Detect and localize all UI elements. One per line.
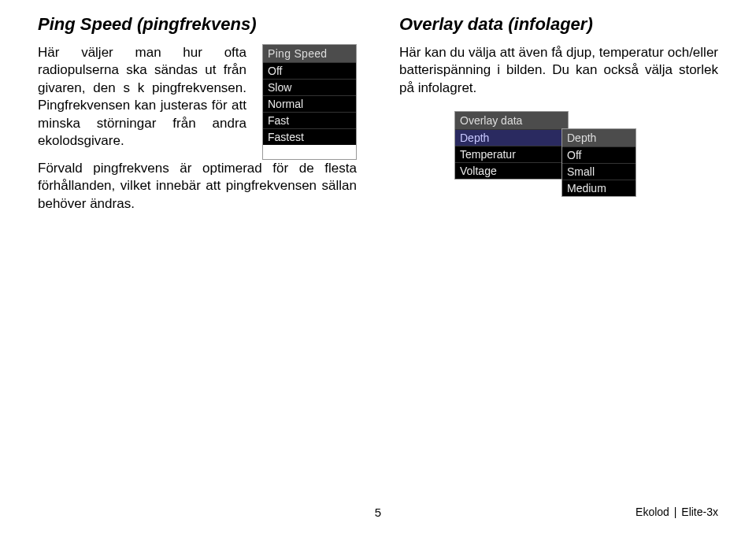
ping-speed-menu: Ping Speed Off Slow Normal Fast Fastest	[262, 44, 357, 160]
page-footer: 5 Ekolod | Elite-3x	[38, 506, 718, 519]
overlay-data-menu: Overlay data Depth Temperatur Voltage	[454, 111, 569, 180]
ping-speed-paragraph-2: Förvald pingfrekvens är optimerad för de…	[38, 160, 357, 213]
overlay-data-title: Overlay data (infolager)	[399, 14, 718, 35]
footer-sep: |	[671, 506, 680, 518]
ping-speed-option-slow[interactable]: Slow	[263, 79, 356, 95]
left-column: Ping Speed (pingfrekvens) Här väljer man…	[38, 14, 357, 222]
ping-speed-text: Här väljer man hur ofta radiopulserna sk…	[38, 44, 246, 160]
footer-section: Ekolod	[636, 506, 669, 518]
overlay-data-sub-medium[interactable]: Medium	[562, 180, 636, 196]
overlay-data-sub-off[interactable]: Off	[562, 146, 636, 163]
ping-speed-option-fastest[interactable]: Fastest	[263, 128, 356, 145]
overlay-data-option-temperatur[interactable]: Temperatur	[455, 146, 568, 162]
ping-speed-option-off[interactable]: Off	[263, 62, 356, 79]
overlay-data-menu-wrap: Overlay data Depth Temperatur Voltage De…	[454, 111, 569, 180]
right-column: Overlay data (infolager) Här kan du välj…	[399, 14, 718, 222]
ping-speed-menu-title: Ping Speed	[263, 45, 356, 62]
overlay-data-option-depth[interactable]: Depth	[455, 129, 568, 146]
overlay-data-submenu: Depth Off Small Medium	[561, 128, 636, 197]
ping-speed-title: Ping Speed (pingfrekvens)	[38, 14, 357, 35]
ping-speed-row: Här väljer man hur ofta radiopulserna sk…	[38, 44, 357, 160]
overlay-data-option-voltage[interactable]: Voltage	[455, 162, 568, 179]
ping-speed-option-normal[interactable]: Normal	[263, 95, 356, 112]
overlay-data-paragraph: Här kan du välja att även få djup, tempe…	[399, 44, 718, 97]
overlay-data-menu-title: Overlay data	[455, 112, 568, 129]
overlay-data-submenu-title: Depth	[562, 129, 636, 146]
footer-right: Ekolod | Elite-3x	[636, 506, 718, 518]
overlay-data-sub-small[interactable]: Small	[562, 163, 636, 180]
page-number: 5	[375, 506, 381, 519]
footer-model: Elite-3x	[681, 506, 718, 518]
ping-speed-paragraph-1: Här väljer man hur ofta radiopulserna sk…	[38, 44, 246, 150]
ping-speed-option-fast[interactable]: Fast	[263, 112, 356, 128]
